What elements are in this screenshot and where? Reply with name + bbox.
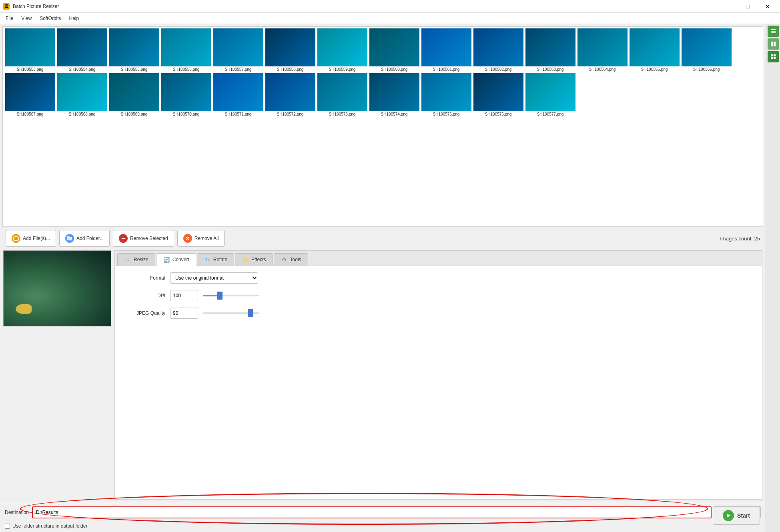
list-item[interactable]: SH100566.png (681, 28, 732, 72)
thumb-label: SH100562.png (473, 66, 524, 72)
format-select[interactable]: Use the original format JPEG PNG BMP TIF… (170, 272, 258, 284)
add-files-label: Add File(s)... (23, 236, 50, 241)
list-item[interactable]: SH100553.png (4, 28, 56, 72)
svg-marker-12 (727, 514, 730, 518)
list-item[interactable]: SH100571.png (213, 73, 264, 117)
thumb-label: SH100558.png (265, 66, 316, 72)
menu-view[interactable]: View (17, 14, 36, 23)
resize-icon: ↔ (124, 256, 131, 263)
list-item[interactable]: SH100569.png (108, 73, 160, 117)
list-item[interactable]: SH100574.png (369, 73, 420, 117)
app-icon: 🖼 (3, 3, 10, 10)
destination-input[interactable] (32, 506, 712, 518)
list-item[interactable]: SH100554.png (56, 28, 108, 72)
tab-convert[interactable]: 🔄 Convert (156, 253, 196, 266)
tab-tools[interactable]: ⚙ Tools (274, 253, 308, 266)
format-label: Format (121, 275, 165, 281)
tab-resize[interactable]: ↔ Resize (117, 253, 155, 266)
remove-all-icon (183, 234, 192, 243)
tab-convert-label: Convert (172, 257, 189, 262)
dpi-row: DPI (121, 290, 756, 301)
checkbox-row: Use folder structure in output folder (0, 522, 766, 532)
dpi-slider-container (203, 295, 259, 296)
tabs-bar: ↔ Resize 🔄 Convert ↻ Rotate ✨ (115, 251, 762, 266)
list-item[interactable]: SH100577.png (525, 73, 576, 117)
jpeg-row: JPEG Quality (121, 308, 756, 319)
settings-panel: ↔ Resize 🔄 Convert ↻ Rotate ✨ (114, 250, 762, 500)
thumb-label: SH100553.png (4, 66, 56, 72)
thumb-label: SH100569.png (108, 111, 160, 117)
thumb-label: SH100571.png (213, 111, 264, 117)
svg-rect-0 (14, 237, 18, 240)
remove-all-button[interactable]: Remove All (177, 230, 225, 247)
svg-rect-8 (771, 54, 773, 56)
list-item[interactable]: SH100576.png (473, 73, 524, 117)
thumb-label: SH100561.png (421, 66, 472, 72)
add-folder-button[interactable]: Add Folder... (59, 230, 110, 247)
thumb-label: SH100567.png (4, 111, 56, 117)
list-item[interactable]: SH100561.png (421, 28, 472, 72)
svg-rect-9 (774, 54, 776, 56)
list-item[interactable]: SH100567.png (4, 73, 56, 117)
svg-rect-10 (771, 57, 773, 59)
list-item[interactable]: SH100570.png (160, 73, 212, 117)
thumb-label: SH100559.png (317, 66, 368, 72)
list-item[interactable]: SH100575.png (421, 73, 472, 117)
jpeg-slider-track[interactable] (203, 312, 259, 314)
list-item[interactable]: SH100564.png (577, 28, 628, 72)
list-item[interactable]: SH100568.png (56, 73, 108, 117)
dpi-slider-thumb[interactable] (217, 292, 223, 300)
grid-view-icon[interactable] (768, 51, 779, 62)
list-item[interactable]: SH100559.png (317, 28, 368, 72)
list-item[interactable]: SH100558.png (265, 28, 316, 72)
menu-softorbits[interactable]: SoftOrbits (36, 14, 65, 23)
list-item[interactable]: SH100555.png (108, 28, 160, 72)
tab-rotate-label: Rotate (213, 257, 227, 262)
list-item[interactable]: SH100565.png (629, 28, 680, 72)
add-files-button[interactable]: Add File(s)... (6, 230, 56, 247)
app-window: 🖼 Batch Picture Resizer — □ ✕ File View … (0, 0, 780, 532)
maximize-button[interactable]: □ (738, 0, 757, 13)
tab-effects[interactable]: ✨ Effects (235, 253, 273, 266)
menu-help[interactable]: Help (65, 14, 83, 23)
start-label: Start (737, 512, 750, 519)
list-item[interactable]: SH100563.png (525, 28, 576, 72)
format-row: Format Use the original format JPEG PNG … (121, 272, 756, 284)
list-item[interactable]: SH100560.png (369, 28, 420, 72)
preview-fish (16, 304, 32, 314)
folder-structure-checkbox[interactable] (5, 524, 10, 529)
dpi-slider-track[interactable] (203, 295, 259, 296)
tab-rotate[interactable]: ↻ Rotate (197, 253, 234, 266)
thumb-label: SH100572.png (265, 111, 316, 117)
svg-rect-3 (771, 29, 776, 30)
thumb-label: SH100555.png (108, 66, 160, 72)
menu-file[interactable]: File (2, 14, 17, 23)
destination-bar: Destination 📂 Options (0, 503, 766, 522)
svg-rect-6 (771, 42, 773, 46)
list-item[interactable]: SH100557.png (213, 28, 264, 72)
list-view-icon[interactable] (768, 26, 779, 37)
list-item[interactable]: SH100556.png (160, 28, 212, 72)
app-title: Batch Picture Resizer (13, 4, 59, 9)
remove-selected-button[interactable]: Remove Selected (113, 230, 174, 247)
list-item[interactable]: SH100572.png (265, 73, 316, 117)
dpi-input[interactable] (170, 290, 198, 301)
right-sidebar (766, 24, 780, 532)
thumb-label: SH100576.png (473, 111, 524, 117)
detail-view-icon[interactable] (768, 38, 779, 50)
minimize-button[interactable]: — (718, 0, 737, 13)
list-item[interactable]: SH100573.png (317, 73, 368, 117)
tab-effects-label: Effects (251, 257, 266, 262)
thumb-label: SH100570.png (160, 111, 212, 117)
close-button[interactable]: ✕ (758, 0, 777, 13)
thumb-label: SH100565.png (629, 66, 680, 72)
remove-all-label: Remove All (194, 236, 219, 241)
thumb-label: SH100557.png (213, 66, 264, 72)
list-item[interactable]: SH100562.png (473, 28, 524, 72)
jpeg-label: JPEG Quality (121, 310, 165, 316)
jpeg-input[interactable] (170, 308, 198, 319)
start-button[interactable]: Start (713, 506, 760, 525)
thumb-label: SH100575.png (421, 111, 472, 117)
start-icon (723, 510, 734, 521)
jpeg-slider-thumb[interactable] (248, 309, 253, 317)
